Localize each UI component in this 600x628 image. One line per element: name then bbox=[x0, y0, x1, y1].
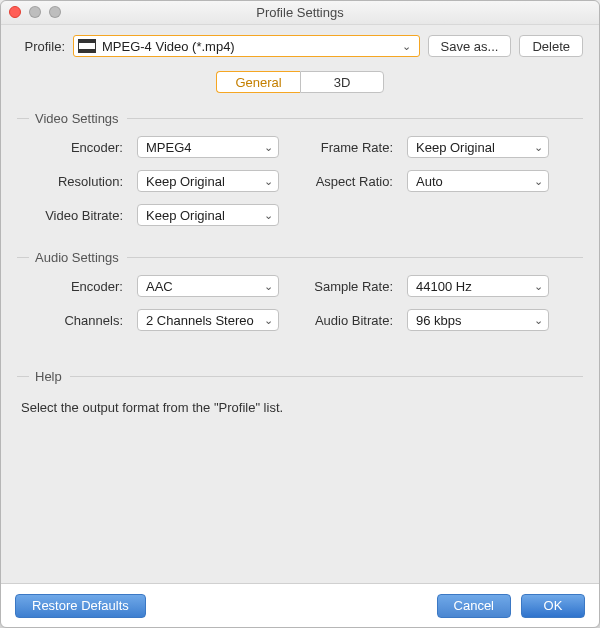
chevron-down-icon: ⌄ bbox=[260, 175, 276, 188]
aspect-ratio-select[interactable]: Auto⌄ bbox=[407, 170, 549, 192]
cancel-button[interactable]: Cancel bbox=[437, 594, 511, 618]
audio-bitrate-select[interactable]: 96 kbps⌄ bbox=[407, 309, 549, 331]
help-heading: Help bbox=[35, 369, 62, 384]
window-controls bbox=[9, 6, 61, 18]
chevron-down-icon: ⌄ bbox=[530, 314, 546, 327]
chevron-down-icon: ⌄ bbox=[530, 141, 546, 154]
chevron-down-icon: ⌄ bbox=[260, 280, 276, 293]
chevron-down-icon: ⌄ bbox=[399, 40, 415, 53]
audio-encoder-select[interactable]: AAC⌄ bbox=[137, 275, 279, 297]
ok-button[interactable]: OK bbox=[521, 594, 585, 618]
audio-encoder-label: Encoder: bbox=[23, 279, 123, 294]
close-icon[interactable] bbox=[9, 6, 21, 18]
audio-bitrate-label: Audio Bitrate: bbox=[293, 313, 393, 328]
resolution-select[interactable]: Keep Original⌄ bbox=[137, 170, 279, 192]
resolution-label: Resolution: bbox=[23, 174, 123, 189]
audio-settings-heading: Audio Settings bbox=[35, 250, 119, 265]
profile-value: MPEG-4 Video (*.mp4) bbox=[102, 39, 399, 54]
channels-select[interactable]: 2 Channels Stereo⌄ bbox=[137, 309, 279, 331]
video-bitrate-select[interactable]: Keep Original⌄ bbox=[137, 204, 279, 226]
chevron-down-icon: ⌄ bbox=[530, 175, 546, 188]
video-encoder-label: Encoder: bbox=[23, 140, 123, 155]
chevron-down-icon: ⌄ bbox=[260, 141, 276, 154]
help-text: Select the output format from the "Profi… bbox=[17, 394, 583, 415]
tab-general[interactable]: General bbox=[216, 71, 300, 93]
video-bitrate-label: Video Bitrate: bbox=[23, 208, 123, 223]
video-settings-heading: Video Settings bbox=[35, 111, 119, 126]
chevron-down-icon: ⌄ bbox=[530, 280, 546, 293]
video-encoder-select[interactable]: MPEG4⌄ bbox=[137, 136, 279, 158]
aspect-ratio-label: Aspect Ratio: bbox=[293, 174, 393, 189]
frame-rate-select[interactable]: Keep Original⌄ bbox=[407, 136, 549, 158]
footer-bar: Restore Defaults Cancel OK bbox=[1, 583, 599, 627]
mp4-format-icon bbox=[78, 39, 96, 53]
minimize-icon bbox=[29, 6, 41, 18]
audio-settings-group: Audio Settings Encoder: AAC⌄ Sample Rate… bbox=[17, 250, 583, 331]
content-area: Profile: MPEG-4 Video (*.mp4) ⌄ Save as.… bbox=[1, 25, 599, 583]
profile-row: Profile: MPEG-4 Video (*.mp4) ⌄ Save as.… bbox=[17, 35, 583, 57]
profile-label: Profile: bbox=[17, 39, 65, 54]
zoom-icon bbox=[49, 6, 61, 18]
sample-rate-select[interactable]: 44100 Hz⌄ bbox=[407, 275, 549, 297]
video-settings-group: Video Settings Encoder: MPEG4⌄ Frame Rat… bbox=[17, 111, 583, 226]
titlebar: Profile Settings bbox=[1, 1, 599, 25]
restore-defaults-button[interactable]: Restore Defaults bbox=[15, 594, 146, 618]
tab-3d[interactable]: 3D bbox=[300, 71, 384, 93]
channels-label: Channels: bbox=[23, 313, 123, 328]
chevron-down-icon: ⌄ bbox=[260, 209, 276, 222]
save-as-button[interactable]: Save as... bbox=[428, 35, 512, 57]
window-title: Profile Settings bbox=[256, 5, 343, 20]
frame-rate-label: Frame Rate: bbox=[293, 140, 393, 155]
sample-rate-label: Sample Rate: bbox=[293, 279, 393, 294]
help-group: Help Select the output format from the "… bbox=[17, 369, 583, 415]
delete-button[interactable]: Delete bbox=[519, 35, 583, 57]
chevron-down-icon: ⌄ bbox=[260, 314, 276, 327]
tab-bar: General 3D bbox=[17, 71, 583, 93]
profile-select[interactable]: MPEG-4 Video (*.mp4) ⌄ bbox=[73, 35, 420, 57]
profile-settings-window: Profile Settings Profile: MPEG-4 Video (… bbox=[0, 0, 600, 628]
